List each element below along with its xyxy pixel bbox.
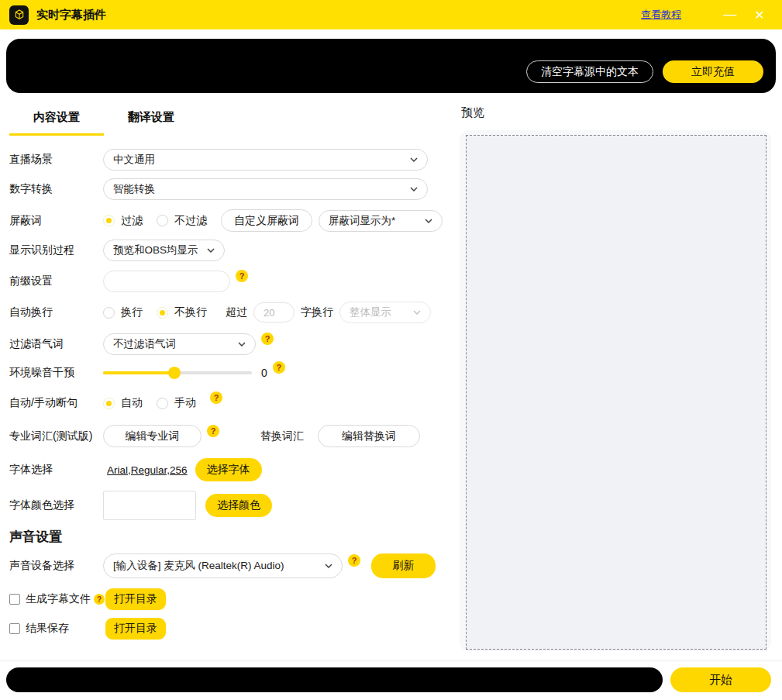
help-icon[interactable]: ? [273, 361, 285, 374]
chevron-down-icon [413, 310, 421, 315]
noise-value: 0 [261, 367, 267, 379]
number-convert-row: 数字转换 智能转换 [9, 178, 452, 200]
replace-words-label: 替换词汇 [260, 429, 304, 443]
noise-slider-thumb[interactable] [168, 367, 181, 379]
minimize-icon[interactable]: — [718, 3, 742, 26]
help-icon[interactable]: ? [236, 270, 248, 282]
chevron-down-icon [410, 187, 418, 191]
help-icon[interactable]: ? [207, 425, 219, 437]
custom-blocked-words-button[interactable]: 自定义屏蔽词 [221, 209, 312, 232]
radio-selected-icon [103, 398, 115, 409]
help-icon[interactable]: ? [94, 594, 105, 605]
chevron-down-icon [238, 342, 246, 347]
wrap-radio[interactable]: 换行 [103, 305, 143, 319]
open-result-dir-button[interactable]: 打开目录 [105, 618, 166, 640]
blocked-words-row: 屏蔽词 过滤 不过滤 自定义屏蔽词 屏蔽词显示为* [9, 209, 452, 232]
show-process-label: 显示识别过程 [9, 243, 103, 257]
wrap-row: 自动换行 换行 不换行 超过 字换行 整体显示 [9, 302, 452, 323]
blocked-nofilter-radio[interactable]: 不过滤 [157, 214, 207, 228]
start-button[interactable]: 开始 [670, 667, 771, 692]
noise-row: 环境噪音干预 0 ? [9, 362, 452, 384]
app-window: 实时字幕插件 查看教程 — ✕ 清空字幕源中的文本 立即充值 内容设置 翻译设置… [0, 0, 782, 700]
choose-color-button[interactable]: 选择颜色 [205, 494, 272, 517]
tab-translation-settings[interactable]: 翻译设置 [104, 104, 198, 136]
wrap-mode-select[interactable]: 整体显示 [339, 302, 431, 323]
subtitle-file-label: 生成字幕文件 [26, 592, 91, 606]
blocked-display-as-select[interactable]: 屏蔽词显示为* [319, 210, 443, 232]
status-bar [6, 667, 663, 692]
result-save-row: 结果保存 打开目录 [9, 618, 452, 640]
result-save-checkbox[interactable] [9, 623, 20, 634]
preview-area [466, 135, 766, 650]
help-icon[interactable]: ? [210, 391, 222, 404]
over-label: 超过 [226, 305, 247, 319]
chevron-down-icon [410, 157, 418, 162]
refresh-button[interactable]: 刷新 [371, 553, 436, 578]
font-color-input[interactable] [103, 491, 196, 520]
preview-title: 预览 [461, 105, 771, 120]
app-logo-icon [9, 5, 29, 25]
font-value-link[interactable]: Arial,Regular,256 [107, 464, 188, 476]
sound-device-select[interactable]: [输入设备] 麦克风 (Realtek(R) Audio) [103, 553, 343, 578]
tutorial-link[interactable]: 查看教程 [641, 8, 681, 22]
number-convert-label: 数字转换 [9, 182, 103, 196]
result-save-label: 结果保存 [26, 622, 69, 636]
noise-slider[interactable] [103, 367, 252, 379]
tab-content-settings[interactable]: 内容设置 [9, 104, 104, 136]
open-subtitle-dir-button[interactable]: 打开目录 [105, 588, 166, 610]
radio-selected-icon [157, 307, 168, 319]
punctuate-row: 自动/手动断句 自动 手动 ? [9, 392, 452, 414]
wrap-count-input[interactable] [253, 302, 295, 322]
show-process-select[interactable]: 预览和OBS均显示 [103, 240, 225, 261]
subtitle-file-checkbox[interactable] [9, 594, 20, 605]
pro-words-label: 专业词汇(测试版) [9, 429, 103, 443]
wrap-label: 自动换行 [9, 305, 103, 319]
clear-subtitle-source-button[interactable]: 清空字幕源中的文本 [526, 60, 653, 83]
subtitle-file-row: 生成字幕文件 ? 打开目录 [9, 588, 452, 610]
unit-label: 字换行 [301, 305, 333, 319]
prefix-input[interactable] [103, 271, 230, 292]
live-scene-select[interactable]: 中文通用 [103, 149, 428, 171]
recharge-button[interactable]: 立即充值 [663, 60, 763, 83]
radio-selected-icon [103, 215, 115, 226]
titlebar: 实时字幕插件 查看教程 — ✕ [0, 0, 782, 29]
font-color-label: 字体颜色选择 [9, 498, 103, 512]
font-color-row: 字体颜色选择 选择颜色 [9, 491, 452, 520]
preview-container [460, 130, 771, 651]
noise-label: 环境噪音干预 [9, 366, 103, 380]
chevron-down-icon [425, 219, 432, 223]
help-icon[interactable]: ? [261, 333, 274, 345]
sound-device-row: 声音设备选择 [输入设备] 麦克风 (Realtek(R) Audio) ? 刷… [9, 553, 452, 578]
main-area: 内容设置 翻译设置 直播场景 中文通用 数字转换 智能转换 [0, 93, 782, 651]
font-row: 字体选择 Arial,Regular,256 选择字体 [9, 458, 452, 481]
show-process-row: 显示识别过程 预览和OBS均显示 [9, 240, 452, 261]
font-label: 字体选择 [9, 463, 103, 477]
help-icon[interactable]: ? [348, 554, 360, 567]
footer-bar: 开始 [6, 667, 771, 692]
edit-replace-words-button[interactable]: 编辑替换词 [318, 425, 420, 447]
prefix-row: 前缀设置 ? [9, 271, 452, 292]
radio-unselected-icon [157, 398, 168, 409]
radio-unselected-icon [103, 307, 115, 319]
manual-punctuate-radio[interactable]: 手动 [157, 396, 196, 410]
top-banner: 清空字幕源中的文本 立即充值 [6, 39, 776, 93]
footer-divider [0, 660, 782, 661]
edit-pro-words-button[interactable]: 编辑专业词 [103, 425, 202, 447]
filler-words-label: 过滤语气词 [9, 337, 103, 351]
sound-device-label: 声音设备选择 [9, 559, 103, 573]
blocked-filter-radio[interactable]: 过滤 [103, 214, 143, 228]
blocked-words-label: 屏蔽词 [9, 214, 103, 228]
tabs: 内容设置 翻译设置 [9, 104, 452, 136]
window-title: 实时字幕插件 [36, 8, 106, 22]
preview-panel: 预览 [452, 104, 771, 651]
nowrap-radio[interactable]: 不换行 [157, 305, 207, 319]
filler-words-select[interactable]: 不过滤语气词 [103, 333, 256, 355]
close-icon[interactable]: ✕ [748, 3, 771, 26]
live-scene-label: 直播场景 [9, 153, 103, 167]
auto-punctuate-radio[interactable]: 自动 [103, 396, 143, 410]
number-convert-select[interactable]: 智能转换 [103, 178, 428, 200]
chevron-down-icon [207, 248, 215, 253]
choose-font-button[interactable]: 选择字体 [195, 458, 262, 481]
pro-words-row: 专业词汇(测试版) 编辑专业词 ? 替换词汇 编辑替换词 [9, 425, 452, 447]
chevron-down-icon [325, 564, 332, 568]
